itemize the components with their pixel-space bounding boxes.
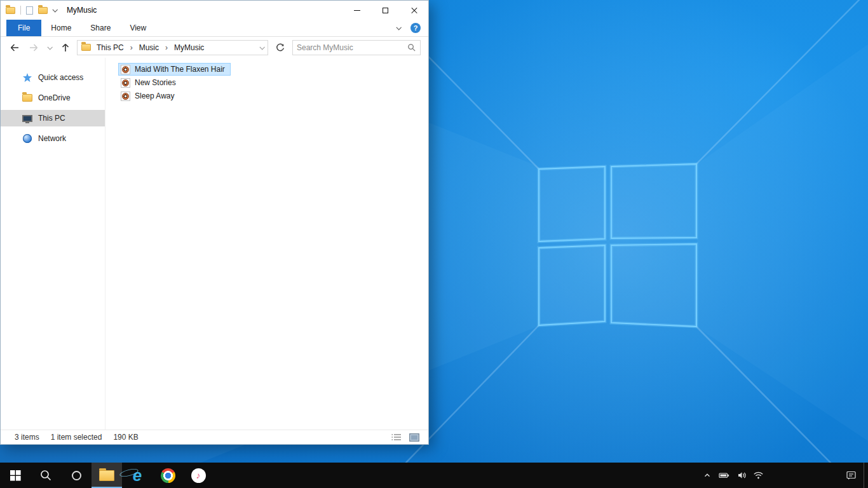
details-view-icon — [391, 433, 402, 441]
sidebar-item-label: Quick access — [38, 73, 83, 82]
forward-arrow-icon — [28, 42, 39, 53]
show-desktop-button[interactable] — [864, 463, 868, 488]
taskbar-itunes-button[interactable]: ♪ — [183, 463, 214, 488]
status-item-count: 3 items — [15, 433, 39, 442]
ribbon-right-controls: ? — [397, 20, 428, 36]
status-size: 190 KB — [113, 433, 138, 442]
sidebar-item-this-pc[interactable]: This PC — [1, 110, 105, 126]
action-center-icon — [846, 470, 857, 481]
close-button[interactable] — [400, 1, 428, 20]
large-icons-view-button[interactable] — [408, 432, 421, 442]
tab-share[interactable]: Share — [81, 20, 120, 36]
maximize-button[interactable] — [371, 1, 400, 20]
back-arrow-icon — [9, 42, 20, 53]
sidebar-item-label: OneDrive — [38, 93, 71, 102]
file-item[interactable]: Maid With The Flaxen Hair — [118, 63, 231, 76]
wifi-icon — [753, 470, 764, 480]
address-folder-icon — [81, 44, 91, 51]
search-icon[interactable] — [407, 43, 416, 52]
file-item[interactable]: New Stories — [118, 76, 182, 89]
file-name: New Stories — [135, 78, 176, 87]
taskbar-internet-explorer-button[interactable]: e — [122, 463, 153, 488]
recent-locations-button[interactable] — [45, 40, 54, 55]
volume-button[interactable] — [733, 463, 750, 488]
new-folder-icon[interactable] — [38, 7, 48, 14]
forward-button[interactable] — [26, 40, 41, 55]
taskbar-chrome-button[interactable] — [153, 463, 183, 488]
file-explorer-window: MyMusic File Home Share View ? — [0, 0, 429, 445]
network-icon — [23, 134, 32, 143]
explorer-system-icon[interactable] — [6, 7, 15, 14]
taskbar-file-explorer-button[interactable] — [92, 463, 122, 488]
sidebar-item-quick-access[interactable]: Quick access — [1, 69, 105, 86]
itunes-icon: ♪ — [191, 468, 206, 483]
screen: MyMusic File Home Share View ? — [0, 0, 868, 488]
breadcrumb-music[interactable]: Music — [137, 43, 161, 52]
tab-home[interactable]: Home — [41, 20, 81, 36]
minimize-icon — [354, 10, 360, 11]
quick-access-star-icon — [23, 73, 32, 82]
file-item[interactable]: Sleep Away — [118, 90, 180, 102]
onedrive-icon — [22, 94, 32, 102]
search-input[interactable] — [297, 43, 407, 52]
music-file-icon — [121, 65, 130, 74]
sidebar-item-label: Network — [38, 134, 66, 143]
system-tray — [698, 463, 868, 488]
caption-buttons — [342, 1, 428, 20]
battery-status-button[interactable] — [715, 463, 733, 488]
file-list[interactable]: Maid With The Flaxen Hair New Stories Sl… — [105, 58, 428, 430]
close-icon — [410, 6, 418, 14]
maximize-icon — [383, 8, 388, 13]
file-name: Maid With The Flaxen Hair — [135, 65, 225, 74]
qat-separator — [20, 6, 21, 15]
search-box — [292, 40, 421, 55]
tab-file[interactable]: File — [6, 20, 41, 36]
window-title: MyMusic — [67, 6, 97, 15]
tab-view[interactable]: View — [120, 20, 156, 36]
window-body: Quick access OneDrive This PC Network — [1, 58, 428, 430]
properties-icon[interactable] — [26, 6, 33, 15]
this-pc-icon — [22, 115, 32, 122]
recent-locations-chevron-icon — [47, 44, 52, 50]
address-box[interactable]: This PC › Music › MyMusic — [77, 40, 268, 55]
address-bar: This PC › Music › MyMusic — [1, 37, 428, 58]
address-dropdown-chevron-icon[interactable] — [259, 44, 264, 50]
network-status-button[interactable] — [750, 463, 767, 488]
help-icon[interactable]: ? — [410, 23, 421, 33]
taskbar-search-button[interactable] — [31, 463, 61, 488]
search-icon — [39, 469, 52, 482]
chevron-up-icon — [703, 471, 712, 480]
sidebar-item-network[interactable]: Network — [1, 130, 105, 147]
taskbar: e ♪ — [0, 463, 868, 488]
sidebar-item-label: This PC — [38, 114, 65, 123]
navigation-pane: Quick access OneDrive This PC Network — [1, 58, 105, 430]
refresh-button[interactable] — [272, 40, 288, 55]
tray-empty-space — [767, 463, 838, 488]
up-arrow-icon — [60, 42, 71, 53]
music-file-icon — [121, 92, 130, 101]
minimize-button[interactable] — [342, 1, 371, 20]
ribbon-tabs: File Home Share View ? — [1, 20, 428, 37]
action-center-button[interactable] — [838, 463, 864, 488]
qat-customize-chevron-icon[interactable] — [52, 7, 57, 12]
chrome-icon — [161, 468, 175, 483]
breadcrumb-separator[interactable]: › — [165, 43, 168, 52]
refresh-icon — [275, 43, 285, 53]
up-button[interactable] — [58, 40, 73, 55]
details-view-button[interactable] — [390, 432, 403, 442]
cortana-icon — [72, 471, 81, 480]
back-button[interactable] — [7, 40, 22, 55]
start-button[interactable] — [0, 463, 31, 488]
breadcrumb-separator[interactable]: › — [130, 43, 133, 52]
sidebar-item-onedrive[interactable]: OneDrive — [1, 90, 105, 106]
cortana-button[interactable] — [61, 463, 92, 488]
internet-explorer-icon: e — [133, 467, 142, 484]
windows-start-icon — [10, 470, 21, 481]
quick-access-toolbar — [1, 6, 57, 15]
tray-overflow-button[interactable] — [698, 463, 715, 488]
ribbon-expand-chevron-icon[interactable] — [396, 25, 401, 30]
breadcrumb-mymusic[interactable]: MyMusic — [172, 43, 206, 52]
breadcrumb-this-pc[interactable]: This PC — [95, 43, 126, 52]
titlebar[interactable]: MyMusic — [1, 1, 428, 20]
file-name: Sleep Away — [135, 92, 175, 100]
